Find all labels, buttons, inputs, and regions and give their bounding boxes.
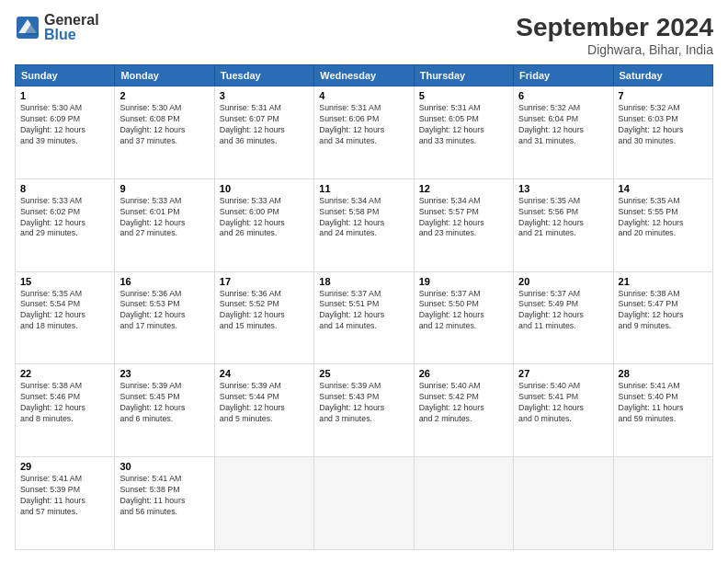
- day-cell: 4Sunrise: 5:31 AM Sunset: 6:06 PM Daylig…: [314, 86, 414, 179]
- day-number: 20: [518, 276, 608, 287]
- day-cell: [514, 457, 613, 550]
- day-number: 19: [419, 276, 508, 287]
- col-wednesday: Wednesday: [314, 65, 414, 86]
- day-cell: 17Sunrise: 5:36 AM Sunset: 5:52 PM Dayli…: [214, 271, 313, 364]
- day-info: Sunrise: 5:30 AM Sunset: 6:08 PM Dayligh…: [119, 103, 209, 147]
- day-cell: 20Sunrise: 5:37 AM Sunset: 5:49 PM Dayli…: [514, 271, 613, 364]
- day-info: Sunrise: 5:34 AM Sunset: 5:57 PM Dayligh…: [419, 196, 508, 240]
- day-number: 4: [319, 90, 408, 101]
- day-number: 1: [20, 90, 109, 101]
- week-row-4: 29Sunrise: 5:41 AM Sunset: 5:39 PM Dayli…: [16, 457, 713, 550]
- day-info: Sunrise: 5:37 AM Sunset: 5:51 PM Dayligh…: [319, 289, 408, 333]
- day-number: 24: [220, 368, 309, 379]
- col-tuesday: Tuesday: [214, 65, 313, 86]
- day-cell: 2Sunrise: 5:30 AM Sunset: 6:08 PM Daylig…: [115, 86, 214, 179]
- day-number: 7: [619, 90, 708, 101]
- day-number: 14: [619, 183, 708, 194]
- day-cell: 14Sunrise: 5:35 AM Sunset: 5:55 PM Dayli…: [613, 178, 712, 271]
- day-cell: 23Sunrise: 5:39 AM Sunset: 5:45 PM Dayli…: [115, 364, 214, 457]
- day-number: 17: [220, 276, 309, 287]
- day-info: Sunrise: 5:38 AM Sunset: 5:46 PM Dayligh…: [20, 381, 109, 425]
- day-number: 16: [119, 276, 209, 287]
- day-cell: 15Sunrise: 5:35 AM Sunset: 5:54 PM Dayli…: [16, 271, 115, 364]
- day-cell: 19Sunrise: 5:37 AM Sunset: 5:50 PM Dayli…: [414, 271, 513, 364]
- day-info: Sunrise: 5:31 AM Sunset: 6:05 PM Dayligh…: [419, 103, 508, 147]
- day-cell: [613, 457, 712, 550]
- week-row-2: 15Sunrise: 5:35 AM Sunset: 5:54 PM Dayli…: [16, 271, 713, 364]
- col-thursday: Thursday: [414, 65, 513, 86]
- day-number: 28: [619, 368, 708, 379]
- day-info: Sunrise: 5:33 AM Sunset: 6:01 PM Dayligh…: [119, 196, 209, 240]
- day-info: Sunrise: 5:41 AM Sunset: 5:38 PM Dayligh…: [119, 474, 209, 518]
- day-cell: 10Sunrise: 5:33 AM Sunset: 6:00 PM Dayli…: [214, 178, 313, 271]
- day-number: 12: [419, 183, 508, 194]
- day-cell: 12Sunrise: 5:34 AM Sunset: 5:57 PM Dayli…: [414, 178, 513, 271]
- day-info: Sunrise: 5:40 AM Sunset: 5:42 PM Dayligh…: [419, 381, 508, 425]
- col-saturday: Saturday: [613, 65, 712, 86]
- day-cell: 27Sunrise: 5:40 AM Sunset: 5:41 PM Dayli…: [514, 364, 613, 457]
- day-info: Sunrise: 5:35 AM Sunset: 5:55 PM Dayligh…: [619, 196, 708, 240]
- day-cell: 6Sunrise: 5:32 AM Sunset: 6:04 PM Daylig…: [514, 86, 613, 179]
- col-friday: Friday: [514, 65, 613, 86]
- day-info: Sunrise: 5:37 AM Sunset: 5:49 PM Dayligh…: [518, 289, 608, 333]
- day-number: 21: [619, 276, 708, 287]
- day-info: Sunrise: 5:31 AM Sunset: 6:06 PM Dayligh…: [319, 103, 408, 147]
- day-info: Sunrise: 5:39 AM Sunset: 5:43 PM Dayligh…: [319, 381, 408, 425]
- day-number: 30: [119, 461, 209, 472]
- day-number: 25: [319, 368, 408, 379]
- day-info: Sunrise: 5:41 AM Sunset: 5:40 PM Dayligh…: [619, 381, 708, 425]
- day-cell: 8Sunrise: 5:33 AM Sunset: 6:02 PM Daylig…: [16, 178, 115, 271]
- day-cell: 16Sunrise: 5:36 AM Sunset: 5:53 PM Dayli…: [115, 271, 214, 364]
- day-number: 13: [518, 183, 608, 194]
- day-cell: 22Sunrise: 5:38 AM Sunset: 5:46 PM Dayli…: [16, 364, 115, 457]
- title-block: September 2024 Dighwara, Bihar, India: [516, 13, 713, 57]
- col-monday: Monday: [115, 65, 214, 86]
- day-info: Sunrise: 5:39 AM Sunset: 5:45 PM Dayligh…: [119, 381, 209, 425]
- logo-icon: [15, 15, 40, 40]
- day-number: 10: [220, 183, 309, 194]
- day-number: 15: [20, 276, 109, 287]
- day-cell: 29Sunrise: 5:41 AM Sunset: 5:39 PM Dayli…: [16, 457, 115, 550]
- week-row-0: 1Sunrise: 5:30 AM Sunset: 6:09 PM Daylig…: [16, 86, 713, 179]
- day-cell: 18Sunrise: 5:37 AM Sunset: 5:51 PM Dayli…: [314, 271, 414, 364]
- day-cell: 11Sunrise: 5:34 AM Sunset: 5:58 PM Dayli…: [314, 178, 414, 271]
- day-info: Sunrise: 5:41 AM Sunset: 5:39 PM Dayligh…: [20, 474, 109, 518]
- day-number: 26: [419, 368, 508, 379]
- day-info: Sunrise: 5:35 AM Sunset: 5:54 PM Dayligh…: [20, 289, 109, 333]
- day-info: Sunrise: 5:39 AM Sunset: 5:44 PM Dayligh…: [220, 381, 309, 425]
- logo: General Blue: [15, 13, 99, 42]
- day-number: 29: [20, 461, 109, 472]
- col-sunday: Sunday: [16, 65, 115, 86]
- day-info: Sunrise: 5:36 AM Sunset: 5:53 PM Dayligh…: [119, 289, 209, 333]
- day-number: 9: [119, 183, 209, 194]
- day-number: 2: [119, 90, 209, 101]
- day-cell: 9Sunrise: 5:33 AM Sunset: 6:01 PM Daylig…: [115, 178, 214, 271]
- logo-text: General Blue: [44, 13, 99, 42]
- day-info: Sunrise: 5:30 AM Sunset: 6:09 PM Dayligh…: [20, 103, 109, 147]
- day-cell: [214, 457, 313, 550]
- day-number: 22: [20, 368, 109, 379]
- day-cell: 7Sunrise: 5:32 AM Sunset: 6:03 PM Daylig…: [613, 86, 712, 179]
- day-number: 11: [319, 183, 408, 194]
- day-cell: 21Sunrise: 5:38 AM Sunset: 5:47 PM Dayli…: [613, 271, 712, 364]
- day-number: 18: [319, 276, 408, 287]
- day-info: Sunrise: 5:33 AM Sunset: 6:00 PM Dayligh…: [220, 196, 309, 240]
- week-row-3: 22Sunrise: 5:38 AM Sunset: 5:46 PM Dayli…: [16, 364, 713, 457]
- day-number: 27: [518, 368, 608, 379]
- logo-blue: Blue: [44, 28, 99, 42]
- day-info: Sunrise: 5:31 AM Sunset: 6:07 PM Dayligh…: [220, 103, 309, 147]
- day-info: Sunrise: 5:40 AM Sunset: 5:41 PM Dayligh…: [518, 381, 608, 425]
- day-number: 6: [518, 90, 608, 101]
- day-info: Sunrise: 5:34 AM Sunset: 5:58 PM Dayligh…: [319, 196, 408, 240]
- day-info: Sunrise: 5:36 AM Sunset: 5:52 PM Dayligh…: [220, 289, 309, 333]
- logo-general: General: [44, 13, 99, 28]
- location: Dighwara, Bihar, India: [516, 42, 713, 57]
- calendar-table: Sunday Monday Tuesday Wednesday Thursday…: [15, 64, 713, 550]
- day-cell: [414, 457, 513, 550]
- day-cell: 30Sunrise: 5:41 AM Sunset: 5:38 PM Dayli…: [115, 457, 214, 550]
- day-info: Sunrise: 5:32 AM Sunset: 6:03 PM Dayligh…: [619, 103, 708, 147]
- day-cell: 13Sunrise: 5:35 AM Sunset: 5:56 PM Dayli…: [514, 178, 613, 271]
- day-cell: 1Sunrise: 5:30 AM Sunset: 6:09 PM Daylig…: [16, 86, 115, 179]
- day-info: Sunrise: 5:35 AM Sunset: 5:56 PM Dayligh…: [518, 196, 608, 240]
- calendar-page: General Blue September 2024 Dighwara, Bi…: [0, 0, 728, 563]
